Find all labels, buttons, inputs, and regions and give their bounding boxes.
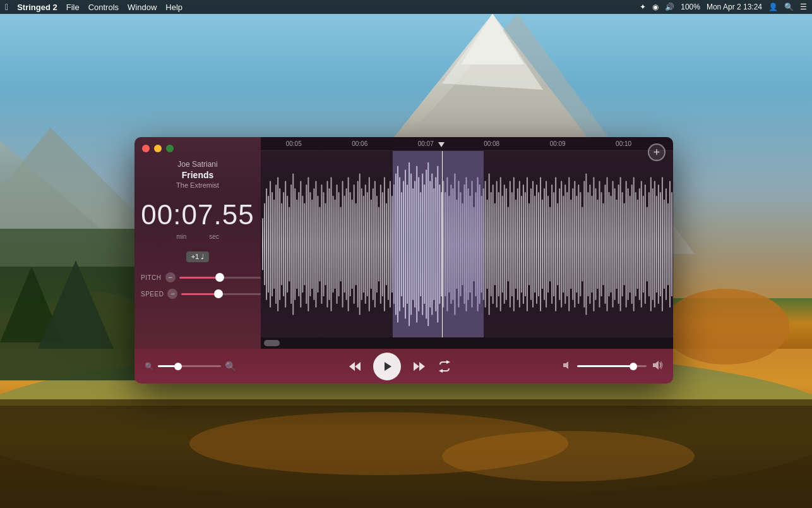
apple-icon[interactable]: 	[5, 2, 8, 12]
close-button[interactable]	[142, 145, 150, 152]
svg-rect-58	[325, 203, 326, 286]
play-button[interactable]	[373, 353, 401, 380]
svg-rect-171	[540, 177, 541, 311]
svg-rect-113	[429, 181, 431, 308]
volume-slider[interactable]	[577, 365, 647, 367]
svg-rect-139	[479, 184, 481, 304]
svg-rect-69	[346, 188, 347, 300]
menu-icon[interactable]: ☰	[800, 3, 807, 11]
menubar-help[interactable]: Help	[165, 3, 182, 12]
zoom-out-icon: 🔍	[145, 362, 154, 371]
svg-rect-63	[335, 200, 336, 289]
svg-rect-70	[348, 177, 349, 311]
timeline-marker-4: 00:08	[484, 140, 499, 147]
svg-rect-158	[515, 200, 516, 289]
svg-rect-142	[485, 181, 486, 308]
menubar:  Stringed 2 File Controls Window Help ✦…	[0, 0, 812, 14]
svg-rect-180	[557, 203, 558, 286]
fastforward-button[interactable]	[412, 360, 426, 373]
svg-rect-96	[397, 166, 398, 323]
svg-rect-105	[414, 181, 415, 308]
menubar-app-name[interactable]: Stringed 2	[17, 3, 57, 12]
menubar-controls[interactable]: Controls	[88, 3, 119, 12]
svg-rect-137	[475, 192, 477, 296]
svg-rect-175	[547, 196, 549, 293]
svg-rect-184	[564, 184, 566, 304]
minimize-button[interactable]	[154, 145, 162, 152]
svg-rect-53	[315, 181, 316, 308]
wifi-icon: ◉	[652, 3, 659, 11]
svg-rect-101	[407, 184, 408, 304]
sec-label: sec	[209, 233, 219, 240]
svg-rect-210	[614, 188, 616, 300]
svg-rect-191	[578, 184, 579, 304]
pitch-decrease-button[interactable]: −	[165, 272, 176, 282]
svg-rect-240	[671, 192, 672, 296]
svg-rect-52	[313, 188, 314, 300]
svg-rect-163	[525, 192, 526, 296]
menubar-window[interactable]: Window	[128, 3, 157, 12]
svg-rect-154	[508, 207, 509, 282]
svg-rect-61	[331, 177, 332, 311]
svg-rect-189	[574, 181, 575, 308]
svg-rect-119	[441, 192, 442, 296]
svg-marker-246	[446, 360, 450, 364]
svg-rect-207	[609, 192, 610, 296]
svg-rect-75	[357, 181, 359, 308]
menubar-file[interactable]: File	[66, 3, 80, 12]
svg-rect-88	[382, 192, 383, 296]
svg-rect-219	[631, 184, 633, 304]
svg-rect-33	[277, 177, 278, 311]
add-track-button[interactable]: +	[648, 143, 666, 161]
rewind-button[interactable]	[348, 360, 362, 373]
svg-rect-220	[633, 177, 635, 311]
scrollbar-thumb[interactable]	[264, 340, 280, 346]
svg-rect-124	[450, 184, 451, 304]
sidebar: Joe Satriani Friends The Extremist 00:07…	[134, 137, 261, 349]
svg-rect-84	[374, 181, 376, 308]
svg-rect-102	[409, 162, 410, 327]
track-album: The Extremist	[176, 181, 219, 189]
svg-rect-126	[454, 173, 455, 315]
speed-control-row: SPEED − +	[141, 289, 254, 299]
svg-rect-238	[667, 203, 669, 286]
svg-rect-111	[426, 170, 427, 319]
svg-rect-138	[477, 177, 479, 311]
svg-rect-225	[643, 196, 644, 293]
repeat-icon	[438, 360, 451, 373]
svg-rect-115	[433, 188, 434, 300]
pitch-slider[interactable]	[179, 277, 261, 279]
svg-rect-152	[504, 184, 505, 304]
svg-rect-211	[616, 200, 618, 289]
zoom-slider[interactable]	[158, 365, 221, 367]
repeat-button[interactable]	[438, 360, 451, 373]
svg-point-18	[663, 289, 789, 365]
maximize-button[interactable]	[166, 145, 174, 152]
svg-rect-57	[323, 192, 324, 296]
svg-rect-117	[437, 166, 438, 323]
user-icon: 👤	[768, 3, 778, 11]
fastforward-icon	[412, 360, 426, 373]
svg-marker-248	[563, 361, 568, 369]
svg-rect-39	[289, 207, 290, 282]
svg-rect-176	[549, 207, 551, 282]
svg-rect-130	[462, 203, 463, 286]
svg-rect-77	[361, 188, 362, 300]
search-icon[interactable]: 🔍	[784, 3, 794, 11]
waveform-canvas[interactable]	[261, 151, 673, 337]
svg-rect-204	[602, 203, 604, 286]
svg-rect-183	[563, 196, 564, 293]
svg-rect-192	[580, 192, 581, 296]
svg-rect-45	[300, 181, 301, 308]
svg-rect-221	[635, 192, 636, 296]
svg-rect-188	[572, 188, 573, 300]
svg-rect-226	[645, 184, 646, 304]
speed-slider[interactable]	[181, 293, 263, 295]
waveform-scrollbar[interactable]	[261, 337, 673, 349]
speed-decrease-button[interactable]: −	[167, 289, 177, 299]
speed-label: SPEED	[141, 291, 164, 298]
svg-rect-38	[287, 196, 288, 293]
svg-rect-122	[446, 177, 448, 311]
svg-rect-212	[618, 184, 619, 304]
waveform-area[interactable]: 00:05 00:06 00:07 00:08 00:09 00:10	[261, 137, 673, 349]
